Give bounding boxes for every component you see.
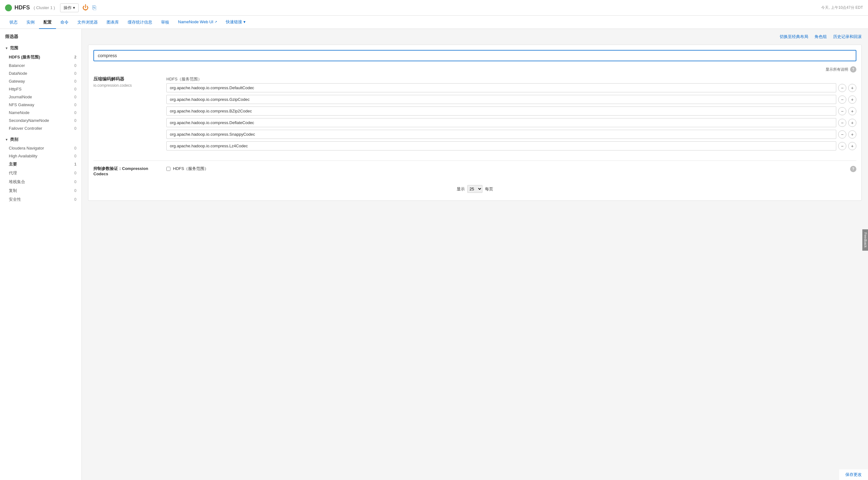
nav-item-quicklinks[interactable]: 快速链接 ▾ bbox=[221, 16, 250, 29]
sidebar-item-journalnode[interactable]: JournalNode 0 bbox=[0, 93, 82, 101]
config-section-compress: 压缩编码解码器 io.compression.codecs HDFS（服务范围）… bbox=[93, 76, 856, 153]
sidebar-security-label: 安全性 bbox=[9, 197, 21, 202]
sidebar-main-label: 主要 bbox=[9, 162, 17, 167]
compress-scope-label: HDFS（服务范围） bbox=[166, 76, 856, 82]
suppress-scope-label: HDFS（服务范围） bbox=[173, 166, 209, 172]
sidebar-ha-count: 0 bbox=[74, 154, 76, 158]
config-label-compress: 压缩编码解码器 io.compression.codecs bbox=[93, 76, 156, 153]
content-area: 筛选器 ▼ 范围 HDFS (服务范围) 2 Balancer 0 DataNo… bbox=[0, 29, 868, 480]
nav-item-namenode[interactable]: NameNode Web UI ↗ bbox=[174, 16, 221, 29]
scope-label: 范围 bbox=[10, 45, 18, 51]
codec-remove-btn-5[interactable]: − bbox=[838, 142, 846, 150]
sidebar-item-replication[interactable]: 复制 0 bbox=[0, 186, 82, 195]
plus-icon-2: + bbox=[851, 109, 854, 114]
codec-add-btn-4[interactable]: + bbox=[848, 130, 856, 139]
codec-add-btn-1[interactable]: + bbox=[848, 96, 856, 104]
nav-item-config[interactable]: 配置 bbox=[39, 16, 56, 29]
codec-add-btn-2[interactable]: + bbox=[848, 107, 856, 115]
sidebar-item-security[interactable]: 安全性 0 bbox=[0, 195, 82, 204]
sidebar-nfsgateway-count: 0 bbox=[74, 103, 76, 107]
codec-remove-btn-3[interactable]: − bbox=[838, 119, 846, 127]
sidebar-category-header[interactable]: ▼ 类别 bbox=[0, 135, 82, 144]
codec-input-5[interactable] bbox=[166, 141, 836, 150]
sidebar-item-main[interactable]: 主要 1 bbox=[0, 160, 82, 169]
plus-icon-3: + bbox=[851, 120, 854, 125]
suppress-checkbox[interactable] bbox=[166, 167, 170, 171]
export-icon[interactable]: ⎘ bbox=[92, 4, 96, 11]
nav-bar: 状态 实例 配置 命令 文件浏览器 图表库 缓存统计信息 审核 NameNode… bbox=[0, 16, 868, 29]
suppress-help-btn[interactable]: ? bbox=[850, 166, 856, 172]
config-value-row-2: − + bbox=[166, 106, 856, 115]
show-all-help-icon[interactable]: ? bbox=[850, 66, 856, 73]
pagination-select[interactable]: 10 25 50 100 bbox=[467, 185, 483, 193]
search-input[interactable] bbox=[93, 50, 856, 61]
codec-add-btn-5[interactable]: + bbox=[848, 142, 856, 150]
codec-input-2[interactable] bbox=[166, 106, 836, 115]
sidebar-item-failover-controller[interactable]: Failover Controller 0 bbox=[0, 125, 82, 132]
codec-remove-btn-0[interactable]: − bbox=[838, 84, 846, 92]
sidebar-datanode-label: DataNode bbox=[9, 71, 27, 76]
sidebar-main-count: 1 bbox=[74, 162, 76, 167]
feedback-label: Feedback bbox=[864, 233, 867, 247]
actions-button[interactable]: 操作 ▾ bbox=[60, 3, 79, 12]
codec-input-3[interactable] bbox=[166, 118, 836, 127]
codec-add-btn-3[interactable]: + bbox=[848, 119, 856, 127]
header-icons: ⏻ ⎘ bbox=[83, 4, 96, 11]
sidebar: 筛选器 ▼ 范围 HDFS (服务范围) 2 Balancer 0 DataNo… bbox=[0, 29, 82, 480]
plus-icon-1: + bbox=[851, 97, 854, 102]
sidebar-journalnode-count: 0 bbox=[74, 95, 76, 99]
config-value-compress: HDFS（服务范围） − + bbox=[166, 76, 856, 153]
sidebar-cloudera-count: 0 bbox=[74, 146, 76, 150]
nav-item-instances[interactable]: 实例 bbox=[22, 16, 39, 29]
codec-input-1[interactable] bbox=[166, 95, 836, 104]
sidebar-item-httpfs[interactable]: HttpFS 0 bbox=[0, 85, 82, 93]
show-all-help-label: 显示所有说明 bbox=[826, 67, 848, 72]
category-arrow: ▼ bbox=[5, 138, 8, 141]
pagination-show-label: 显示 bbox=[457, 186, 465, 192]
role-group-link[interactable]: 角色组 bbox=[814, 34, 827, 40]
codec-remove-btn-2[interactable]: − bbox=[838, 107, 846, 115]
sidebar-title: 筛选器 bbox=[0, 34, 82, 43]
sidebar-gateway-count: 0 bbox=[74, 79, 76, 83]
nav-item-charts[interactable]: 图表库 bbox=[102, 16, 123, 29]
sidebar-proxy-count: 0 bbox=[74, 171, 76, 175]
sidebar-item-hdfs-service[interactable]: HDFS (服务范围) 2 bbox=[0, 53, 82, 62]
sidebar-scope-header[interactable]: ▼ 范围 bbox=[0, 43, 82, 53]
nav-item-filebrowser[interactable]: 文件浏览器 bbox=[73, 16, 102, 29]
nav-item-status[interactable]: 状态 bbox=[5, 16, 22, 29]
nav-item-audit[interactable]: 审核 bbox=[157, 16, 174, 29]
codec-input-0[interactable] bbox=[166, 83, 836, 92]
sidebar-item-gateway[interactable]: Gateway 0 bbox=[0, 77, 82, 85]
sidebar-httpfs-count: 0 bbox=[74, 87, 76, 92]
nav-quicklinks-label: 快速链接 bbox=[226, 15, 242, 29]
sidebar-item-nfsgateway[interactable]: NFS Gateway 0 bbox=[0, 101, 82, 109]
category-label: 类别 bbox=[10, 137, 18, 142]
sidebar-item-secondary-namenode[interactable]: SecondaryNameNode 0 bbox=[0, 116, 82, 125]
codec-remove-btn-4[interactable]: − bbox=[838, 130, 846, 139]
sidebar-secondary-namenode-count: 0 bbox=[74, 118, 76, 123]
nav-item-commands[interactable]: 命令 bbox=[56, 16, 73, 29]
sidebar-item-proxy[interactable]: 代理 0 bbox=[0, 169, 82, 177]
codec-input-4[interactable] bbox=[166, 130, 836, 139]
sidebar-secondary-namenode-label: SecondaryNameNode bbox=[9, 118, 49, 123]
codec-add-btn-0[interactable]: + bbox=[848, 84, 856, 92]
suppress-help-icon-container: ? bbox=[850, 166, 856, 172]
nav-item-cache[interactable]: 缓存统计信息 bbox=[123, 16, 157, 29]
power-icon[interactable]: ⏻ bbox=[83, 4, 89, 11]
switch-classic-link[interactable]: 切换至经典布局 bbox=[780, 34, 808, 40]
codec-remove-btn-1[interactable]: − bbox=[838, 96, 846, 104]
sidebar-ha-label: High Availability bbox=[9, 153, 37, 158]
sidebar-item-namenode[interactable]: NameNode 0 bbox=[0, 109, 82, 116]
sidebar-item-cloudera-navigator[interactable]: Cloudera Navigator 0 bbox=[0, 144, 82, 152]
save-bar[interactable]: 保存更改 bbox=[839, 469, 868, 480]
feedback-tab[interactable]: Feedback bbox=[862, 229, 868, 251]
sidebar-replication-label: 复制 bbox=[9, 188, 17, 194]
sidebar-item-high-availability[interactable]: High Availability 0 bbox=[0, 152, 82, 160]
sidebar-item-balancer[interactable]: Balancer 0 bbox=[0, 62, 82, 69]
compress-key: io.compression.codecs bbox=[93, 83, 156, 88]
history-rollback-link[interactable]: 历史记录和回滚 bbox=[833, 34, 862, 40]
sidebar-item-datanode[interactable]: DataNode 0 bbox=[0, 69, 82, 77]
main-panel: 切换至经典布局 角色组 历史记录和回滚 显示所有说明 ? 压缩编码解码器 io.… bbox=[82, 29, 868, 480]
sidebar-item-stack[interactable]: 堆栈集合 0 bbox=[0, 177, 82, 186]
sidebar-failover-count: 0 bbox=[74, 126, 76, 131]
